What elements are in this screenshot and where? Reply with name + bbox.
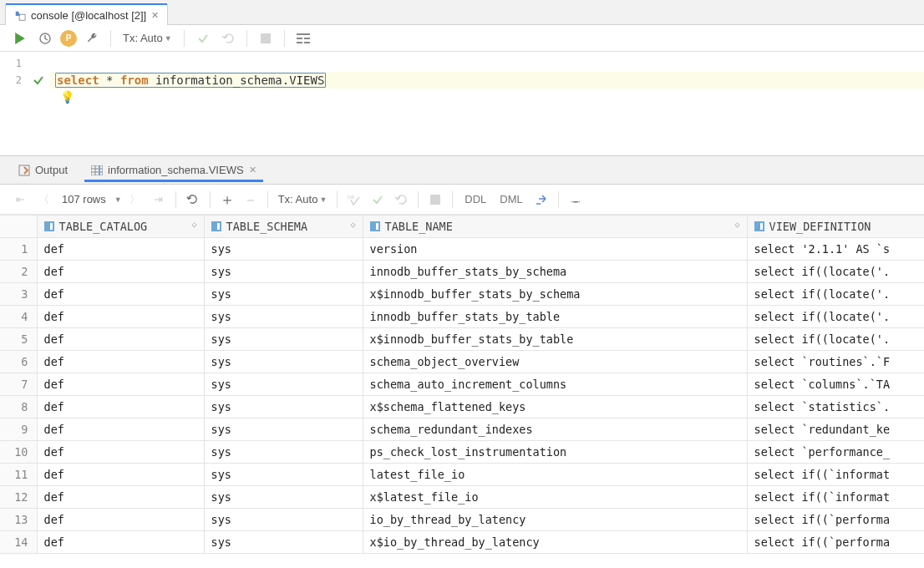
cell[interactable]: select if((locate('. [747,306,924,328]
editor-tab-console[interactable]: console [@localhost [2]] ✕ [5,4,168,25]
row-count-label[interactable]: 107 rows [57,193,111,205]
cell[interactable]: sys [204,464,363,486]
view-mode-icon[interactable] [293,28,313,48]
cell[interactable]: def [37,396,204,418]
cell[interactable]: select if((locate('. [747,328,924,351]
cell[interactable]: def [37,261,204,283]
table-row[interactable]: 3defsysx$innodb_buffer_stats_by_schemase… [0,283,924,306]
sql-editor[interactable]: 1 2 select * from information_schema.VIE… [0,52,924,156]
cell[interactable]: sys [204,238,363,261]
table-row[interactable]: 5defsysx$innodb_buffer_stats_by_tablesel… [0,328,924,351]
cell[interactable]: select if((`performa [747,509,924,531]
sort-icon[interactable]: ◇ [734,220,739,229]
add-row-icon[interactable]: ＋ [217,190,237,210]
table-row[interactable]: 6defsysschema_object_overviewselect `rou… [0,351,924,373]
tx-mode-dropdown[interactable]: Tx: Auto ▼ [119,32,175,44]
cell[interactable]: innodb_buffer_stats_by_table [363,306,747,328]
cell[interactable]: sys [204,306,363,328]
cell[interactable]: sys [204,351,363,373]
column-header[interactable]: TABLE_CATALOG◇ [37,216,204,238]
cell[interactable]: select if((locate('. [747,261,924,283]
tab-results[interactable]: information_schema.VIEWS ✕ [81,159,267,181]
results-grid[interactable]: TABLE_CATALOG◇TABLE_SCHEMA◇TABLE_NAME◇VI… [0,215,924,554]
explain-plan-icon[interactable]: P [60,30,77,47]
cell[interactable]: sys [204,441,363,464]
remove-row-icon[interactable]: － [241,190,261,210]
cell[interactable]: def [37,238,204,261]
cell[interactable]: def [37,328,204,351]
chevron-down-icon[interactable]: ▼ [114,195,122,204]
cell[interactable]: select if((`informat [747,486,924,509]
prev-page-icon[interactable]: 〈 [33,190,53,210]
next-page-icon[interactable]: 〉 [125,190,145,210]
cell[interactable]: schema_redundant_indexes [363,418,747,441]
rollback-icon[interactable] [391,190,411,210]
cell[interactable]: select `redundant_ke [747,418,924,441]
cell[interactable]: select `performance_ [747,441,924,464]
column-header[interactable]: TABLE_NAME◇ [363,216,747,238]
stop-icon[interactable] [425,190,445,210]
cell[interactable]: sys [204,509,363,531]
cell[interactable]: sys [204,531,363,554]
cell[interactable]: sys [204,396,363,418]
cell[interactable]: select `columns`.`TA [747,373,924,396]
code-area[interactable]: select * from information_schema.VIEWS 💡 [50,52,924,155]
cell[interactable]: version [363,238,747,261]
submit-icon[interactable]: DB [344,190,364,210]
sql-statement[interactable]: select * from information_schema.VIEWS [50,72,924,89]
pin-icon[interactable] [566,190,586,210]
cell[interactable]: x$latest_file_io [363,486,747,509]
wrench-icon[interactable] [82,28,102,48]
table-row[interactable]: 14defsysx$io_by_thread_by_latencyselect … [0,531,924,554]
cell[interactable]: select '2.1.1' AS `s [747,238,924,261]
close-icon[interactable]: ✕ [151,10,159,21]
cell[interactable]: sys [204,486,363,509]
table-row[interactable]: 9defsysschema_redundant_indexesselect `r… [0,418,924,441]
rollback-icon[interactable] [218,28,238,48]
cell[interactable]: innodb_buffer_stats_by_schema [363,261,747,283]
last-page-icon[interactable]: ⇥ [149,190,169,210]
cell[interactable]: ps_check_lost_instrumentation [363,441,747,464]
cell[interactable]: select `statistics`. [747,396,924,418]
cell[interactable]: select `routines`.`F [747,351,924,373]
column-header[interactable]: TABLE_SCHEMA◇ [204,216,363,238]
table-row[interactable]: 8defsysx$schema_flattened_keysselect `st… [0,396,924,418]
table-row[interactable]: 1defsysversionselect '2.1.1' AS `s [0,238,924,261]
close-icon[interactable]: ✕ [249,165,256,175]
cell[interactable]: def [37,351,204,373]
cell[interactable]: select if((`performa [747,531,924,554]
table-row[interactable]: 4defsysinnodb_buffer_stats_by_tableselec… [0,306,924,328]
ddl-button[interactable]: DDL [459,193,491,205]
cell[interactable]: x$innodb_buffer_stats_by_schema [363,283,747,306]
cell[interactable]: def [37,509,204,531]
cell[interactable]: def [37,373,204,396]
cell[interactable]: def [37,441,204,464]
reload-icon[interactable] [183,190,203,210]
cell[interactable]: schema_object_overview [363,351,747,373]
export-icon[interactable] [531,190,551,210]
cell[interactable]: x$io_by_thread_by_latency [363,531,747,554]
sort-icon[interactable]: ◇ [350,220,355,229]
cell[interactable]: def [37,418,204,441]
intention-bulb-icon[interactable]: 💡 [60,89,74,105]
cell[interactable]: def [37,464,204,486]
cell[interactable]: sys [204,283,363,306]
table-row[interactable]: 11defsyslatest_file_ioselect if((`inform… [0,464,924,486]
cell[interactable]: select if((`informat [747,464,924,486]
cell[interactable]: select if((locate('. [747,283,924,306]
run-icon[interactable] [10,28,30,48]
cell[interactable]: def [37,486,204,509]
cell[interactable]: def [37,306,204,328]
sort-icon[interactable]: ◇ [191,220,196,229]
cell[interactable]: io_by_thread_by_latency [363,509,747,531]
table-row[interactable]: 12defsysx$latest_file_ioselect if((`info… [0,486,924,509]
cell[interactable]: def [37,283,204,306]
first-page-icon[interactable]: ⇤ [10,190,30,210]
column-header[interactable]: VIEW_DEFINITION [747,216,924,238]
cell[interactable]: def [37,531,204,554]
table-row[interactable]: 7defsysschema_auto_increment_columnssele… [0,373,924,396]
tx-mode-dropdown[interactable]: Tx: Auto ▼ [275,193,331,205]
cell[interactable]: x$innodb_buffer_stats_by_table [363,328,747,351]
dml-button[interactable]: DML [495,193,527,205]
table-row[interactable]: 13defsysio_by_thread_by_latencyselect if… [0,509,924,531]
